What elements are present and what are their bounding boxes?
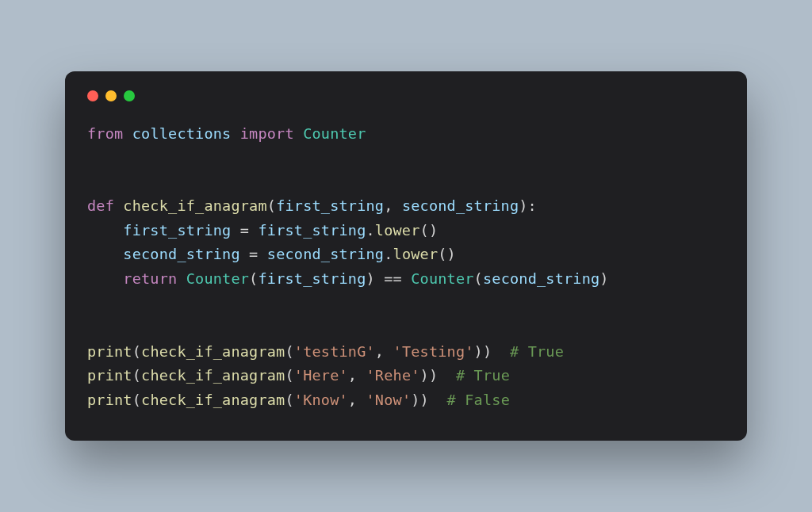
fn-name: check_if_anagram — [123, 197, 266, 214]
code-block: from collections import Counter def chec… — [87, 122, 725, 412]
close-icon[interactable] — [87, 90, 98, 101]
var: second_string — [123, 246, 239, 262]
str-arg: 'Rehe' — [366, 367, 420, 384]
paren: ( — [249, 270, 258, 287]
kw-import: import — [240, 125, 294, 142]
indent — [87, 270, 123, 287]
module-name: collections — [132, 125, 232, 142]
print-call: print — [87, 392, 132, 408]
paren: )) — [420, 367, 439, 384]
window-controls — [87, 90, 725, 101]
fn-call: check_if_anagram — [141, 343, 285, 360]
paren: ( — [285, 367, 293, 384]
maximize-icon[interactable] — [124, 90, 135, 101]
op-assign: = — [240, 222, 249, 239]
method: lower — [393, 246, 439, 262]
str-arg: 'Now' — [366, 392, 412, 408]
op-assign: = — [249, 246, 258, 262]
comment: # True — [456, 367, 510, 384]
kw-from: from — [87, 125, 123, 142]
paren: ) — [599, 270, 608, 287]
str-arg: 'Testing' — [393, 343, 474, 360]
minimize-icon[interactable] — [105, 90, 117, 101]
class-call: Counter — [186, 270, 249, 287]
code-window: from collections import Counter def chec… — [65, 71, 747, 441]
paren: ( — [132, 367, 141, 384]
param-1: first_string — [276, 197, 384, 214]
paren: ) — [366, 270, 375, 287]
print-call: print — [87, 367, 132, 384]
import-name: Counter — [303, 125, 366, 142]
kw-return: return — [123, 270, 177, 287]
indent — [87, 222, 123, 239]
fn-call: check_if_anagram — [141, 392, 285, 408]
fn-call: check_if_anagram — [141, 367, 285, 384]
str-arg: 'Know' — [294, 392, 348, 408]
var: second_string — [267, 246, 384, 262]
var: first_string — [123, 222, 231, 239]
comma: , — [348, 367, 366, 384]
paren: ( — [285, 392, 293, 408]
str-arg: 'Here' — [294, 367, 348, 384]
comma: , — [348, 392, 366, 408]
parens: () — [420, 222, 439, 239]
arg: second_string — [483, 270, 599, 287]
paren: ( — [132, 392, 141, 408]
paren: )) — [474, 343, 492, 360]
dot: . — [384, 246, 393, 262]
indent — [87, 246, 123, 262]
var: first_string — [258, 222, 366, 239]
class-call: Counter — [411, 270, 473, 287]
kw-def: def — [87, 197, 114, 214]
method: lower — [375, 222, 420, 239]
paren: )) — [411, 392, 429, 408]
parens: () — [438, 246, 456, 262]
comma: , — [384, 197, 402, 214]
param-2: second_string — [402, 197, 519, 214]
paren: ( — [132, 343, 141, 360]
op-eq: == — [384, 270, 402, 287]
paren: ( — [474, 270, 483, 287]
arg: first_string — [258, 270, 366, 287]
print-call: print — [87, 343, 132, 360]
paren: ( — [267, 197, 276, 214]
str-arg: 'testinG' — [294, 343, 375, 360]
paren: ( — [285, 343, 293, 360]
comma: , — [375, 343, 393, 360]
comment: # False — [447, 392, 510, 408]
paren: ): — [519, 197, 537, 214]
dot: . — [366, 222, 375, 239]
comment: # True — [510, 343, 564, 360]
